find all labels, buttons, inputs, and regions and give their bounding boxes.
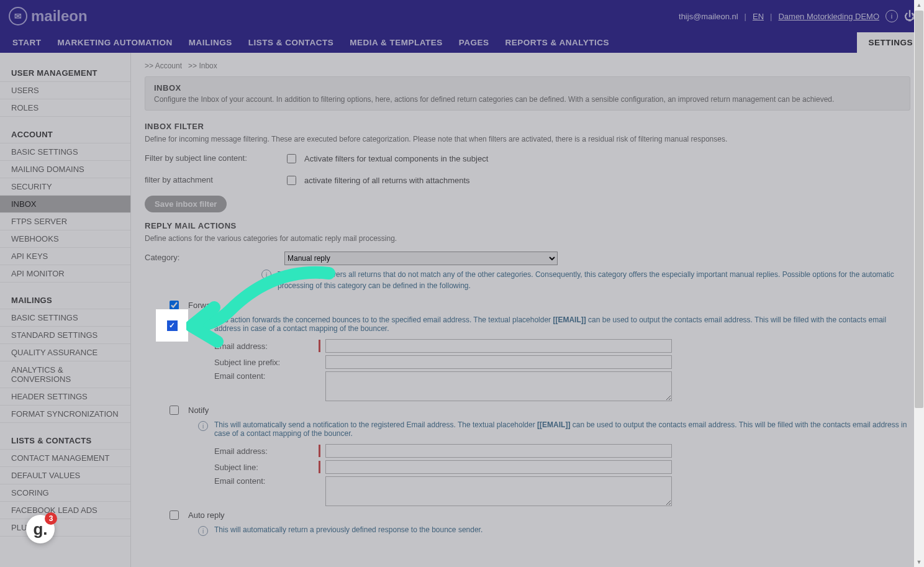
nav-mailings[interactable]: MAILINGS bbox=[189, 32, 232, 53]
topbar-account-link[interactable]: Damen Motorkleding DEMO bbox=[778, 12, 879, 21]
sidebar-item-basic-settings[interactable]: BASIC SETTINGS bbox=[0, 143, 130, 160]
sidebar-group-user-management: USER MANAGEMENT bbox=[0, 61, 130, 81]
forward-checkbox[interactable] bbox=[170, 301, 179, 310]
breadcrumb: >> Account >> Inbox bbox=[145, 59, 910, 76]
nav-media-templates[interactable]: MEDIA & TEMPLATES bbox=[350, 32, 443, 53]
sidebar-item-users[interactable]: USERS bbox=[0, 81, 130, 99]
page-scrollbar[interactable]: ▲ ▼ bbox=[914, 0, 924, 567]
filter-subject-checkbox[interactable] bbox=[287, 154, 296, 163]
required-indicator bbox=[319, 461, 320, 473]
forward-subject-input[interactable] bbox=[325, 355, 672, 369]
help-widget-button[interactable]: g. 3 bbox=[26, 515, 55, 543]
reply-title: REPLY MAIL ACTIONS bbox=[145, 221, 910, 230]
filter-subject-text: Activate filters for textual components … bbox=[304, 154, 488, 163]
sidebar-item-m-analytics[interactable]: ANALYTICS & CONVERSIONS bbox=[0, 361, 130, 388]
notify-email-input[interactable] bbox=[325, 444, 672, 458]
scroll-down-icon[interactable]: ▼ bbox=[914, 557, 924, 567]
breadcrumb-inbox[interactable]: >> Inbox bbox=[188, 61, 217, 70]
filter-attachment-checkbox-label[interactable]: activate filtering of all returns with a… bbox=[284, 174, 470, 187]
nav-lists-contacts[interactable]: LISTS & CONTACTS bbox=[248, 32, 334, 53]
sidebar-item-contact-mgmt[interactable]: CONTACT MANAGEMENT bbox=[0, 449, 130, 466]
nav-marketing-automation[interactable]: MARKETING AUTOMATION bbox=[58, 32, 173, 53]
category-info-text: This category covers all returns that do… bbox=[278, 269, 910, 291]
notify-content-label: Email content: bbox=[214, 476, 314, 486]
inbox-filter-section: INBOX FILTER Define for incoming message… bbox=[145, 122, 910, 212]
top-header: ✉ maileon thijs@maileon.nl | EN | Damen … bbox=[0, 0, 924, 32]
sidebar-item-m-qa[interactable]: QUALITY ASSURANCE bbox=[0, 343, 130, 361]
notify-info: i This will automatically send a notific… bbox=[198, 420, 910, 438]
notify-subject-input[interactable] bbox=[325, 460, 672, 474]
sidebar-item-webhooks[interactable]: WEBHOOKS bbox=[0, 230, 130, 247]
sidebar-item-plugins[interactable]: PLUGINS bbox=[0, 519, 130, 537]
nav-start[interactable]: START bbox=[12, 32, 42, 53]
info-icon[interactable]: i bbox=[886, 10, 898, 22]
separator: | bbox=[745, 12, 746, 21]
category-select[interactable]: Manual reply bbox=[284, 252, 558, 265]
help-widget-badge: 3 bbox=[45, 512, 57, 525]
forward-content-label: Email content: bbox=[214, 371, 314, 381]
topbar-language-link[interactable]: EN bbox=[753, 12, 764, 21]
autoreply-info: i This will automatically return a previ… bbox=[198, 525, 910, 536]
filter-attachment-text: activate filtering of all returns with a… bbox=[304, 176, 470, 185]
sidebar-item-m-standard[interactable]: STANDARD SETTINGS bbox=[0, 326, 130, 343]
inbox-panel: INBOX Configure the Inbox of your accoun… bbox=[145, 76, 910, 111]
forward-info-text: This action forwards the concerned bounc… bbox=[214, 315, 910, 333]
filter-subject-checkbox-label[interactable]: Activate filters for textual components … bbox=[284, 152, 488, 165]
nav-pages[interactable]: PAGES bbox=[459, 32, 489, 53]
forward-info: i This action forwards the concerned bou… bbox=[198, 315, 910, 333]
scroll-up-icon[interactable]: ▲ bbox=[914, 0, 924, 10]
sidebar-item-m-basic[interactable]: BASIC SETTINGS bbox=[0, 309, 130, 326]
sidebar-item-mailing-domains[interactable]: MAILING DOMAINS bbox=[0, 160, 130, 178]
breadcrumb-account[interactable]: >> Account bbox=[145, 61, 182, 70]
sidebar-item-m-header[interactable]: HEADER SETTINGS bbox=[0, 388, 130, 405]
logo-mark-icon: ✉ bbox=[9, 7, 27, 25]
autoreply-info-text: This will automatically return a previou… bbox=[214, 525, 482, 536]
sidebar-item-security[interactable]: SECURITY bbox=[0, 178, 130, 195]
info-icon: i bbox=[198, 421, 208, 431]
notify-checkbox[interactable] bbox=[170, 406, 179, 415]
sidebar-item-ftps-server[interactable]: FTPS SERVER bbox=[0, 212, 130, 230]
category-info: i This category covers all returns that … bbox=[261, 269, 910, 291]
sidebar-item-scoring[interactable]: SCORING bbox=[0, 484, 130, 501]
info-icon: i bbox=[198, 526, 208, 536]
sidebar-item-fb-lead-ads[interactable]: FACEBOOK LEAD ADS bbox=[0, 501, 130, 519]
required-indicator bbox=[319, 340, 320, 352]
notify-content-textarea[interactable] bbox=[325, 476, 672, 506]
settings-sidebar: USER MANAGEMENT USERS ROLES ACCOUNT BASI… bbox=[0, 53, 131, 567]
topbar-email: thijs@maileon.nl bbox=[679, 12, 738, 21]
forward-email-label: Email address: bbox=[214, 342, 314, 351]
reply-mail-actions-section: REPLY MAIL ACTIONS Define actions for th… bbox=[145, 221, 910, 536]
sidebar-item-default-values[interactable]: DEFAULT VALUES bbox=[0, 466, 130, 484]
sidebar-group-account: ACCOUNT bbox=[0, 123, 130, 143]
inbox-filter-desc: Define for incoming message filtering. T… bbox=[145, 135, 910, 143]
save-inbox-filter-button[interactable]: Save inbox filter bbox=[145, 196, 227, 212]
brand-name: maileon bbox=[31, 7, 88, 25]
separator: | bbox=[770, 12, 772, 21]
sidebar-item-m-format[interactable]: FORMAT SYNCRONIZATION bbox=[0, 405, 130, 423]
forward-email-input[interactable] bbox=[325, 339, 672, 353]
sidebar-item-api-monitor[interactable]: API MONITOR bbox=[0, 265, 130, 283]
main-content: >> Account >> Inbox INBOX Configure the … bbox=[131, 53, 924, 567]
filter-attachment-label: filter by attachment bbox=[145, 174, 284, 184]
forward-content-textarea[interactable] bbox=[325, 371, 672, 401]
inbox-panel-desc: Configure the Inbox of your account. In … bbox=[154, 95, 901, 104]
scroll-thumb[interactable] bbox=[915, 11, 923, 408]
sidebar-group-lists-contacts: LISTS & CONTACTS bbox=[0, 429, 130, 449]
help-widget-glyph: g. bbox=[33, 520, 47, 539]
sidebar-item-roles[interactable]: ROLES bbox=[0, 99, 130, 117]
sidebar-group-mailings: MAILINGS bbox=[0, 289, 130, 309]
autoreply-label: Auto reply bbox=[188, 510, 225, 520]
category-label: Category: bbox=[145, 252, 284, 262]
nav-reports-analytics[interactable]: REPORTS & ANALYTICS bbox=[505, 32, 610, 53]
notify-label: Notify bbox=[188, 406, 209, 415]
forward-label: Forward bbox=[188, 301, 218, 310]
sidebar-item-inbox[interactable]: INBOX bbox=[0, 195, 130, 212]
info-icon: i bbox=[261, 270, 271, 279]
filter-subject-label: Filter by subject line content: bbox=[145, 152, 284, 163]
inbox-filter-title: INBOX FILTER bbox=[145, 122, 910, 131]
filter-attachment-checkbox[interactable] bbox=[287, 176, 296, 185]
autoreply-checkbox[interactable] bbox=[170, 510, 179, 520]
sidebar-item-api-keys[interactable]: API KEYS bbox=[0, 247, 130, 265]
brand-logo: ✉ maileon bbox=[9, 7, 88, 25]
forward-subject-label: Subject line prefix: bbox=[214, 358, 314, 367]
